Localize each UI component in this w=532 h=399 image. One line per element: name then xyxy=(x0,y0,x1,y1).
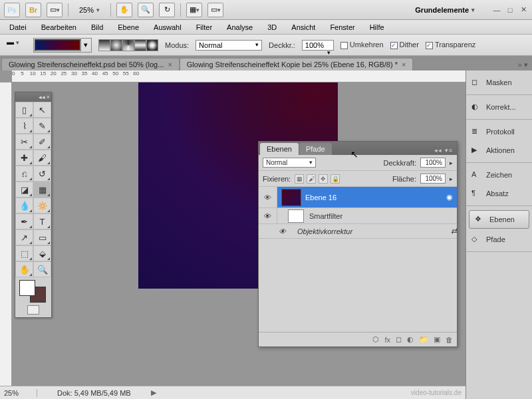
opacity-slider-icon[interactable]: ▸ xyxy=(450,160,453,166)
rotate-view-icon[interactable]: ↻ xyxy=(159,3,175,17)
history-brush-icon[interactable]: ↺ xyxy=(33,166,51,182)
layer-group-icon[interactable]: 📁 xyxy=(419,335,428,344)
maximize-icon[interactable]: □ xyxy=(505,5,515,15)
gradient-linear-icon[interactable] xyxy=(98,39,110,51)
menu-window[interactable]: Fenster xyxy=(323,21,361,33)
bridge-icon[interactable]: Br xyxy=(25,3,41,17)
move-tool-icon[interactable]: ▯ xyxy=(15,102,33,118)
photoshop-icon[interactable]: Ps xyxy=(4,3,20,17)
eraser-tool-icon[interactable]: ◪ xyxy=(15,182,33,198)
filter-objektivkorrektur[interactable]: 👁 Objektivkorrektur ⇄ xyxy=(259,224,457,239)
brush-tool-icon[interactable]: 🖌 xyxy=(33,150,51,166)
gradient-diamond-icon[interactable] xyxy=(146,39,158,51)
reverse-checkbox[interactable]: Umkehren xyxy=(340,41,384,49)
menu-layer[interactable]: Ebene xyxy=(111,21,146,33)
layout-dropdown[interactable]: ▭ xyxy=(47,3,63,17)
layer-blend-select[interactable]: Normal xyxy=(263,158,316,168)
healing-tool-icon[interactable]: ✚ xyxy=(15,150,33,166)
tab-pfade[interactable]: Pfade xyxy=(299,143,332,155)
filter-blend-icon[interactable]: ⇄ xyxy=(451,227,457,235)
screen-mode-dropdown[interactable]: ▭ xyxy=(207,3,223,17)
arrange-docs-dropdown[interactable]: ▦ xyxy=(186,3,202,17)
hand-tool-icon[interactable]: ✋ xyxy=(116,3,132,17)
panel-protokoll[interactable]: ≣Protokoll xyxy=(466,122,532,141)
menu-filter[interactable]: Filter xyxy=(190,21,219,33)
toolbox-header[interactable]: ◂◂× xyxy=(15,92,51,102)
menu-file[interactable]: Datei xyxy=(3,21,33,33)
layer-mask-icon[interactable]: ◻ xyxy=(396,335,402,344)
layer-row-ebene16[interactable]: 👁 Ebene 16 ◉ xyxy=(259,187,457,208)
link-layers-icon[interactable]: ⬡ xyxy=(372,335,379,344)
gradient-tool-icon[interactable]: ▦ xyxy=(33,182,51,198)
dodge-tool-icon[interactable]: 🔅 xyxy=(33,198,51,213)
tab-ebenen[interactable]: Ebenen xyxy=(260,143,299,155)
smartfilter-visibility-icon[interactable]: 👁 xyxy=(259,208,277,223)
zoom-tool-icon[interactable]: 🔍 xyxy=(138,3,154,17)
panel-absatz[interactable]: ¶Absatz xyxy=(466,184,532,203)
color-swatches[interactable] xyxy=(15,277,51,303)
transparency-checkbox[interactable]: ✓Transparenz xyxy=(426,41,475,49)
menu-view[interactable]: Ansicht xyxy=(285,21,322,33)
type-tool-icon[interactable]: T xyxy=(33,213,51,229)
menu-edit[interactable]: Bearbeiten xyxy=(35,21,83,33)
blend-mode-select[interactable]: Normal xyxy=(196,40,262,51)
pen-tool-icon[interactable]: ✒ xyxy=(15,213,33,229)
doc-tab-1-close-icon[interactable]: × xyxy=(168,61,172,68)
layer-fill-field[interactable]: 100% xyxy=(420,174,446,184)
panel-aktionen[interactable]: ▶Aktionen xyxy=(466,141,532,160)
visibility-toggle-icon[interactable]: 👁 xyxy=(259,187,277,207)
path-select-icon[interactable]: ↗ xyxy=(15,229,33,245)
lock-position-icon[interactable]: ✥ xyxy=(319,174,328,184)
lock-transparency-icon[interactable]: ▦ xyxy=(295,174,304,184)
menu-help[interactable]: Hilfe xyxy=(363,21,391,33)
gradient-dropdown-icon[interactable]: ▾ xyxy=(81,41,90,49)
dither-checkbox[interactable]: ✓Dither xyxy=(390,41,419,49)
gradient-swatch[interactable] xyxy=(35,39,81,51)
status-docsize[interactable]: Dok: 5,49 MB/5,49 MB xyxy=(37,389,151,397)
status-zoom[interactable]: 25% xyxy=(4,389,37,397)
panel-menu-icon[interactable]: ◂◂ ▾≡ xyxy=(430,146,457,155)
doc-tab-2-close-icon[interactable]: × xyxy=(402,61,406,68)
layer-thumbnail[interactable] xyxy=(281,189,301,206)
panel-ebenen[interactable]: ❖Ebenen xyxy=(469,210,529,229)
quickmask-icon[interactable] xyxy=(27,305,39,315)
doc-tab-1[interactable]: Glowing Streifenscheineffekt.psd bei 50%… xyxy=(1,58,180,70)
3d-camera-icon[interactable]: ⬙ xyxy=(33,245,51,261)
workspace-switcher[interactable]: Grundelemente xyxy=(410,6,480,14)
gradient-reflected-icon[interactable] xyxy=(134,39,146,51)
blur-tool-icon[interactable]: 💧 xyxy=(15,198,33,213)
lasso-tool-icon[interactable]: ⌇ xyxy=(15,118,33,134)
layer-fx-icon[interactable]: fx xyxy=(384,336,390,344)
eyedropper-tool-icon[interactable]: ✐ xyxy=(33,134,51,150)
panel-zeichen[interactable]: AZeichen xyxy=(466,166,532,184)
menu-analysis[interactable]: Analyse xyxy=(220,21,259,33)
zoom-nav-icon[interactable]: 🔍 xyxy=(33,261,51,277)
doc-tab-2[interactable]: Glowing Streifenscheineffekt Kopie bei 2… xyxy=(180,58,414,70)
lock-pixels-icon[interactable]: 🖌 xyxy=(307,174,316,184)
hand-nav-icon[interactable]: ✋ xyxy=(15,261,33,277)
panel-pfade[interactable]: ◇Pfade xyxy=(466,230,532,249)
menu-3d[interactable]: 3D xyxy=(261,21,283,33)
minimize-icon[interactable]: — xyxy=(492,5,501,15)
crop-tool-icon[interactable]: ✂ xyxy=(15,134,33,150)
marquee-tool-icon[interactable]: ↖ xyxy=(33,102,51,118)
menu-image[interactable]: Bild xyxy=(84,21,110,33)
stamp-tool-icon[interactable]: ⎌ xyxy=(15,166,33,182)
shape-tool-icon[interactable]: ▭ xyxy=(33,229,51,245)
3d-tool-icon[interactable]: ⬚ xyxy=(15,245,33,261)
panel-masken[interactable]: ◻Masken xyxy=(466,73,532,92)
panel-korrekturen[interactable]: ◐Korrekt... xyxy=(466,98,532,116)
close-icon[interactable]: ✕ xyxy=(519,5,528,15)
foreground-swatch[interactable] xyxy=(19,280,35,296)
gradient-radial-icon[interactable] xyxy=(110,39,122,51)
tool-preset-dropdown[interactable]: ▬ xyxy=(7,38,27,53)
adjustment-layer-icon[interactable]: ◐ xyxy=(407,335,414,344)
smartfilter-row[interactable]: 👁 Smartfilter xyxy=(259,208,457,224)
new-layer-icon[interactable]: ▣ xyxy=(434,335,440,344)
status-play-icon[interactable]: ▶ xyxy=(151,388,156,397)
fill-slider-icon[interactable]: ▸ xyxy=(450,176,453,182)
layer-name[interactable]: Ebene 16 xyxy=(305,194,446,201)
quickselect-tool-icon[interactable]: ✎ xyxy=(33,118,51,134)
opacity-field[interactable]: 100% xyxy=(302,40,334,51)
layer-opacity-field[interactable]: 100% xyxy=(420,158,446,168)
